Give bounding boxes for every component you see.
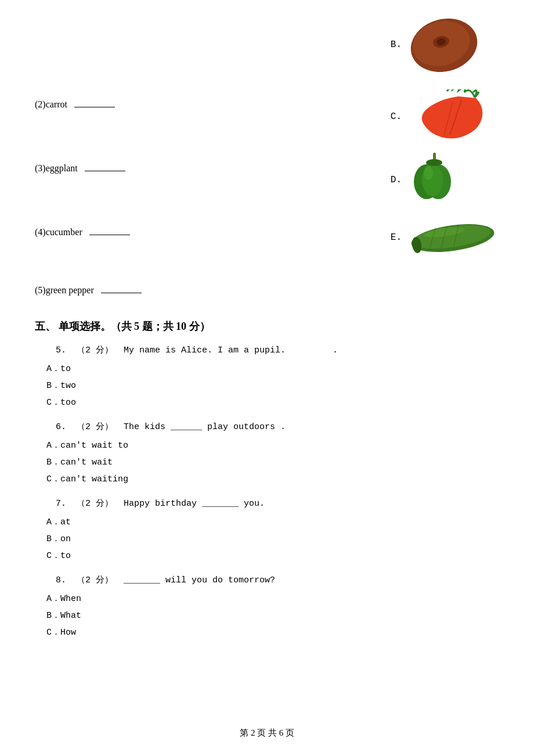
q6-option-c: C．can't waiting (46, 473, 499, 487)
svg-point-9 (426, 159, 442, 166)
blank-3 (85, 171, 125, 171)
q7-option-a: A．at (46, 516, 499, 530)
svg-point-8 (424, 166, 433, 180)
q6-option-a: A．can't wait to (46, 439, 499, 453)
q6-option-b: B．can't wait (46, 456, 499, 470)
image-row-d: D. (391, 150, 464, 210)
question-5: 5. （2 分） My name is Alice. I am a pupil.… (35, 344, 499, 410)
pepper-image (406, 150, 464, 210)
question-7: 7. （2 分） Happy birthday _______ you. A．a… (35, 497, 499, 563)
question-8: 8. （2 分） _______ will you do tomorrow? A… (35, 574, 499, 640)
image-letter-d: D. (391, 175, 402, 185)
vocab-label-3: (3)eggplant (35, 163, 163, 174)
image-letter-e: E. (391, 232, 402, 243)
q8-option-a: A．When (46, 592, 499, 606)
footer-text: 第 2 页 共 6 页 (240, 728, 294, 737)
image-letter-c: C. (391, 111, 402, 122)
vocab-label-2: (2)carrot (35, 99, 163, 110)
carrot-image (406, 89, 499, 144)
vocab-label-5: (5)green pepper (35, 285, 163, 296)
vocab-label-4: (4)cucumber (35, 227, 163, 237)
q5-option-b: B．two (46, 379, 499, 393)
vocab-section: (2)carrot (3)eggplant (4)cucumber (5)gre… (35, 12, 499, 314)
q5-option-a: A．to (46, 362, 499, 376)
question-6-text: 6. （2 分） The kids ______ play outdoors . (35, 420, 499, 434)
blank-4 (89, 235, 130, 235)
q7-option-c: C．to (46, 549, 499, 563)
blank-2 (74, 107, 115, 107)
q8-option-c: C．How (46, 626, 499, 640)
q7-option-b: B．on (46, 532, 499, 546)
image-row-e: E. (391, 216, 499, 259)
vocab-right: B. C. (391, 12, 499, 271)
image-letter-b: B. (391, 39, 402, 50)
vocab-item-2: (2)carrot (35, 87, 163, 122)
question-6: 6. （2 分） The kids ______ play outdoors .… (35, 420, 499, 487)
page: (2)carrot (3)eggplant (4)cucumber (5)gre… (0, 0, 534, 756)
vocab-item-4: (4)cucumber (35, 215, 163, 250)
questions-container: 5. （2 分） My name is Alice. I am a pupil.… (35, 344, 499, 640)
question-5-text: 5. （2 分） My name is Alice. I am a pupil.… (35, 344, 499, 358)
q5-option-c: C．too (46, 396, 499, 410)
vocab-left: (2)carrot (3)eggplant (4)cucumber (5)gre… (35, 12, 163, 325)
q8-option-b: B．What (46, 609, 499, 623)
potato-image (406, 12, 482, 78)
vocab-item-3: (3)eggplant (35, 151, 163, 186)
blank-5 (101, 293, 142, 293)
vocab-item-5: (5)green pepper (35, 273, 163, 308)
question-8-text: 8. （2 分） _______ will you do tomorrow? (35, 574, 499, 588)
page-footer: 第 2 页 共 6 页 (0, 728, 534, 739)
image-row-c: C. (391, 89, 499, 144)
question-7-text: 7. （2 分） Happy birthday _______ you. (35, 497, 499, 511)
cucumber-image (406, 216, 499, 259)
image-row-b: B. (391, 12, 482, 78)
